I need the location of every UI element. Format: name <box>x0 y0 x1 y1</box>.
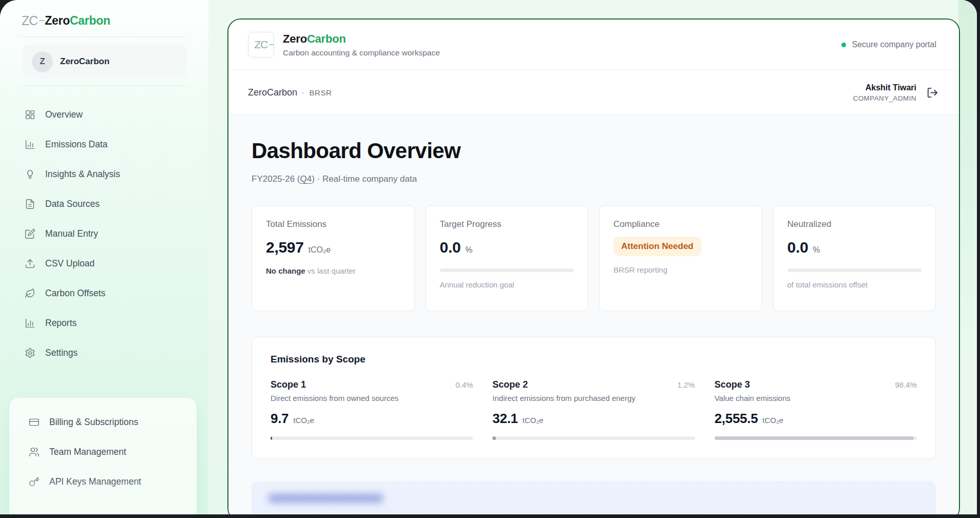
leaf-icon <box>25 288 35 299</box>
panel-header: ZC ZeroCarbon Carbon accounting & compli… <box>228 20 959 70</box>
stat-unit: tCO₂e <box>309 245 331 255</box>
sidebar-item-label: Insights & Analysis <box>45 169 120 180</box>
scope-value: 2,555.5 <box>715 411 758 427</box>
stat-note: Annual reduction goal <box>440 280 574 289</box>
sidebar-item-manual-entry[interactable]: Manual Entry <box>0 219 208 248</box>
brand-logo-box: ZC <box>248 32 274 57</box>
screen: ZC ZeroCarbon Z ZeroCarbon Overview Emis… <box>0 0 980 518</box>
logout-icon[interactable] <box>927 87 938 99</box>
sidebar-item-team-management[interactable]: Team Management <box>9 437 197 467</box>
stat-card-compliance: Compliance Attention Needed BRSR reporti… <box>599 205 762 311</box>
scope-2-column: Scope 21.2% Indirect emissions from purc… <box>492 379 695 440</box>
brand-glyph-icon: ZC <box>22 13 37 28</box>
scope-card-title: Emissions by Scope <box>271 354 917 365</box>
sidebar-item-label: Overview <box>45 109 83 120</box>
sidebar-item-insights[interactable]: Insights & Analysis <box>0 159 208 189</box>
divider <box>21 36 187 37</box>
sidebar-item-label: CSV Upload <box>45 258 94 269</box>
panel-brand-tagline: Carbon accounting & compliance workspace <box>283 48 440 57</box>
secure-status: Secure company portal <box>841 40 936 49</box>
sidebar-item-label: Data Sources <box>45 199 100 209</box>
stat-note: No change vs last quarter <box>266 266 400 275</box>
breadcrumb-company[interactable]: ZeroCarbon <box>248 87 297 98</box>
scope-value: 9.7 <box>271 411 289 427</box>
sidebar-nav: Overview Emissions Data Insights & Analy… <box>0 100 208 368</box>
stat-unit: % <box>465 245 472 255</box>
scope-unit: tCO₂e <box>762 416 783 425</box>
next-section-partial-card <box>252 481 936 514</box>
scope-percent: 1.2% <box>677 380 695 389</box>
lightbulb-icon <box>25 169 35 180</box>
sidebar-item-settings[interactable]: Settings <box>0 338 208 368</box>
company-selector[interactable]: Z ZeroCarbon <box>23 45 187 79</box>
stat-card-neutralized: Neutralized 0.0% of total emissions offs… <box>773 205 936 311</box>
sidebar-item-data-sources[interactable]: Data Sources <box>0 189 208 219</box>
document-icon <box>25 199 35 209</box>
stat-value: 2,597 <box>266 239 304 256</box>
gear-icon <box>25 348 35 358</box>
company-name: ZeroCarbon <box>60 56 109 67</box>
bar-chart-icon <box>25 139 35 150</box>
stat-card-total-emissions: Total Emissions 2,597tCO₂e No change vs … <box>252 205 415 311</box>
key-icon <box>29 476 40 487</box>
scope-description: Direct emissions from owned sources <box>271 394 473 402</box>
user-name: Akshit Tiwari <box>853 83 916 92</box>
sidebar-footer-card: Billing & Subscriptions Team Management … <box>9 398 197 514</box>
blurred-heading-placeholder <box>268 493 383 503</box>
scope-progress-fill <box>271 436 272 440</box>
sidebar-item-label: API Keys Management <box>49 476 141 487</box>
scope-progress-fill <box>492 436 495 440</box>
scope-unit: tCO₂e <box>293 416 314 425</box>
scope-progress-bar <box>492 436 695 440</box>
page-title: Dashboard Overview <box>252 115 936 163</box>
sidebar-item-label: Team Management <box>49 447 126 457</box>
progress-bar <box>787 268 922 272</box>
sidebar-item-label: Manual Entry <box>45 228 98 239</box>
scope-progress-bar <box>715 436 917 440</box>
breadcrumb-separator: · <box>302 88 304 98</box>
scope-value: 32.1 <box>492 411 517 427</box>
scope-progress-bar <box>271 436 473 440</box>
sidebar-logo: ZC ZeroCarbon <box>0 0 208 36</box>
breadcrumb-section: BRSR <box>309 88 332 97</box>
scope-name: Scope 3 <box>715 379 750 390</box>
quarter-link[interactable]: Q4 <box>300 174 312 184</box>
app-window: ZC ZeroCarbon Z ZeroCarbon Overview Emis… <box>0 0 977 514</box>
attention-badge: Attention Needed <box>613 237 701 256</box>
scope-name: Scope 1 <box>271 379 306 390</box>
stat-card-target-progress: Target Progress 0.0% Annual reduction go… <box>426 205 589 311</box>
stat-note: BRSR reporting <box>613 265 748 274</box>
scope-grid: Scope 10.4% Direct emissions from owned … <box>271 379 917 440</box>
company-avatar: Z <box>32 51 53 72</box>
scope-description: Indirect emissions from purchased energy <box>492 394 695 402</box>
users-icon <box>29 447 40 457</box>
stat-value: 0.0 <box>787 239 809 256</box>
emissions-by-scope-card: Emissions by Scope Scope 10.4% Direct em… <box>252 337 936 459</box>
stat-unit: % <box>813 245 820 255</box>
brand-wordmark: ZeroCarbon <box>45 14 110 28</box>
panel-brand-title: ZeroCarbon <box>283 32 440 46</box>
sidebar-item-csv-upload[interactable]: CSV Upload <box>0 248 208 278</box>
breadcrumb: ZeroCarbon · BRSR <box>248 87 332 98</box>
window-right-margin <box>958 0 977 514</box>
sidebar-item-reports[interactable]: Reports <box>0 308 208 338</box>
main-panel: ZC ZeroCarbon Carbon accounting & compli… <box>227 18 960 514</box>
sidebar-item-emissions-data[interactable]: Emissions Data <box>0 129 208 159</box>
sidebar-item-carbon-offsets[interactable]: Carbon Offsets <box>0 278 208 308</box>
scope-description: Value chain emissions <box>715 394 917 402</box>
sidebar-item-label: Reports <box>45 318 76 329</box>
scope-percent: 0.4% <box>455 380 473 389</box>
sidebar-item-billing[interactable]: Billing & Subscriptions <box>9 407 197 437</box>
bar-chart-icon <box>25 318 35 329</box>
user-block: Akshit Tiwari COMPANY_ADMIN <box>853 83 916 102</box>
sidebar: ZC ZeroCarbon Z ZeroCarbon Overview Emis… <box>0 0 208 514</box>
stat-note: of total emissions offset <box>787 280 922 289</box>
sidebar-item-overview[interactable]: Overview <box>0 100 208 129</box>
sidebar-item-api-keys[interactable]: API Keys Management <box>9 467 197 496</box>
status-label: Secure company portal <box>852 40 936 49</box>
sidebar-item-label: Settings <box>45 348 78 358</box>
stat-cards: Total Emissions 2,597tCO₂e No change vs … <box>252 205 936 311</box>
stat-value: 0.0 <box>440 239 461 256</box>
scope-name: Scope 2 <box>492 379 528 390</box>
credit-card-icon <box>29 417 40 428</box>
